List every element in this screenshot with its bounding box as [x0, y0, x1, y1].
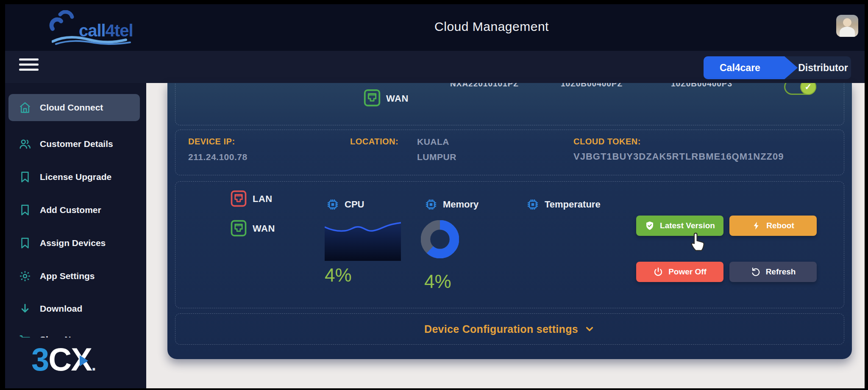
sidebar-item-label: Customer Details	[40, 139, 113, 149]
bookmark-icon	[19, 237, 31, 249]
wan-label: WAN	[253, 223, 275, 234]
bookmark-icon	[19, 171, 31, 183]
sidebar-item-label: Add Customer	[40, 205, 101, 215]
logo-wave	[52, 36, 141, 45]
sidebar-item-license-upgrade[interactable]: License Upgrade	[8, 163, 140, 191]
refresh-button[interactable]: Refresh	[729, 262, 817, 282]
memory-header: Memory	[424, 198, 479, 211]
chip-icon	[526, 198, 540, 211]
device-config-section[interactable]: Device Configuration settings	[175, 313, 844, 345]
serial-number: 10Z0B00400PZ	[561, 83, 623, 89]
wan-port-icon	[362, 88, 382, 108]
serial-number: NXA22010101PZ	[450, 83, 519, 89]
header-bar: call4tel Cloud Management	[5, 4, 865, 51]
page-title: Cloud Management	[434, 19, 549, 34]
sidebar-item-label: Assign Devices	[40, 238, 106, 248]
sidebar-item-download[interactable]: Download	[8, 295, 140, 322]
location-label: LOCATION:	[350, 137, 398, 147]
sidebar-item-assign-devices[interactable]: Assign Devices	[8, 230, 140, 257]
lan-port-icon	[229, 189, 248, 208]
latest-version-button[interactable]: Latest Version	[636, 216, 723, 236]
power-off-button[interactable]: Power Off	[636, 262, 723, 282]
device-config-link[interactable]: Device Configuration settings	[424, 323, 578, 335]
cpu-sparkline-chart	[325, 219, 401, 261]
badge-cal4care[interactable]: Cal4care	[704, 56, 798, 79]
app-screen: call4tel Cloud Management Cal4care Distr…	[5, 4, 865, 388]
location-value-line2: LUMPUR	[417, 152, 456, 162]
lan-label: LAN	[253, 194, 273, 205]
sidebar-item-cloud-connect[interactable]: Cloud Connect	[8, 94, 140, 121]
cloud-token-value: VJBGT1BUY3DZAK5RTLRBME16QM1NZZ09	[573, 151, 784, 162]
badge-distributor[interactable]: Distributor	[798, 56, 851, 79]
device-info-section: DEVICE IP: 211.24.100.78 LOCATION: KUALA…	[175, 130, 844, 175]
memory-value: 4%	[424, 271, 451, 292]
sidebar-item-customer-details[interactable]: Customer Details	[8, 130, 140, 158]
device-ip-value: 211.24.100.78	[188, 152, 248, 162]
shield-check-icon	[645, 221, 655, 231]
sidebar-item-label: License Upgrade	[40, 172, 111, 182]
device-card: NXA22010101PZ 10Z0B00400PZ 10Z0B00400P3 …	[167, 83, 852, 359]
3cx-logo: 3CX.	[31, 341, 95, 378]
avatar-head	[843, 18, 851, 27]
sidebar: Cloud Connect Customer Details License U…	[5, 83, 146, 388]
memory-label: Memory	[443, 199, 479, 210]
cloud-token-label: CLOUD TOKEN:	[573, 137, 641, 147]
wan-port-icon	[229, 219, 248, 238]
power-icon	[653, 267, 663, 277]
chip-icon	[326, 198, 339, 211]
temperature-label: Temperature	[545, 199, 601, 210]
bolt-icon	[752, 221, 761, 230]
bookmark-icon	[19, 204, 31, 216]
memory-donut-chart	[421, 220, 459, 258]
sidebar-item-label: App Settings	[40, 271, 95, 281]
cpu-value: 4%	[325, 265, 352, 286]
role-badges: Cal4care Distributor	[704, 56, 851, 79]
cpu-header: CPU	[326, 198, 364, 211]
3cx-triangle-icon	[80, 355, 88, 366]
secondary-navbar: Cal4care Distributor	[5, 51, 865, 83]
download-icon	[19, 302, 31, 315]
device-stats-section: LAN WAN CPU	[175, 181, 844, 308]
main-content: NXA22010101PZ 10Z0B00400PZ 10Z0B00400P3 …	[146, 83, 865, 388]
user-avatar[interactable]	[836, 15, 858, 37]
cloud-logo-icon	[47, 10, 81, 36]
refresh-icon	[751, 267, 761, 277]
device-ip-label: DEVICE IP:	[188, 137, 235, 147]
gear-icon	[19, 270, 31, 282]
sidebar-item-add-customer[interactable]: Add Customer	[8, 196, 140, 224]
sidebar-item-label: Cloud Connect	[40, 102, 103, 113]
menu-hamburger-icon[interactable]	[19, 58, 39, 75]
reboot-button[interactable]: Reboot	[729, 216, 817, 236]
device-top-section	[175, 83, 844, 125]
temperature-header: Temperature	[526, 198, 601, 211]
location-value-line1: KUALA	[417, 137, 449, 147]
wan-label: WAN	[386, 93, 409, 104]
sidebar-item-app-settings[interactable]: App Settings	[8, 263, 140, 290]
users-icon	[19, 138, 31, 150]
serial-number: 10Z0B00400P3	[671, 83, 732, 89]
device-toggle[interactable]: ✓	[784, 83, 816, 95]
brand-block: 3CX.	[5, 337, 146, 388]
home-icon	[19, 101, 31, 114]
cpu-label: CPU	[345, 199, 364, 210]
sidebar-item-label: Download	[40, 304, 82, 314]
chevron-down-icon	[584, 324, 595, 335]
chip-icon	[424, 198, 438, 211]
call4tel-logo: call4tel	[47, 10, 141, 45]
avatar-body	[840, 27, 855, 37]
